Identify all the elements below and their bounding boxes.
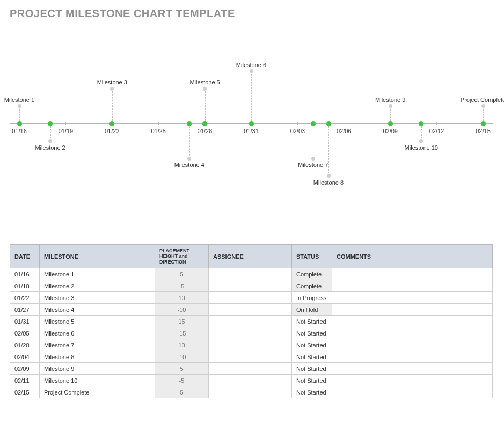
cell-comments[interactable] xyxy=(332,339,493,351)
cell-placement[interactable]: 5 xyxy=(155,386,209,398)
milestone-dot-icon xyxy=(202,121,207,126)
cell-comments[interactable] xyxy=(332,268,493,280)
tick-label: 01/31 xyxy=(244,128,259,134)
cell-comments[interactable] xyxy=(332,386,493,398)
cell-assignee[interactable] xyxy=(209,316,292,327)
cell-status[interactable]: Complete xyxy=(292,280,332,292)
milestone-label: Project Complete xyxy=(461,97,504,103)
milestone-dot-icon xyxy=(17,121,22,126)
cell-placement[interactable]: -10 xyxy=(155,304,209,316)
cell-assignee[interactable] xyxy=(209,363,292,375)
cell-status[interactable]: Not Started xyxy=(292,339,332,351)
cell-date[interactable]: 02/11 xyxy=(10,375,40,386)
milestone-label: Milestone 10 xyxy=(405,144,438,151)
table-row: 02/05Milestone 6-15Not Started xyxy=(10,327,493,339)
cell-date[interactable]: 02/09 xyxy=(10,363,40,375)
cell-milestone[interactable]: Milestone 4 xyxy=(40,304,155,316)
cell-milestone[interactable]: Milestone 6 xyxy=(40,327,155,339)
cell-date[interactable]: 01/22 xyxy=(10,292,40,304)
milestone-dot-icon xyxy=(481,121,486,126)
cell-status[interactable]: Not Started xyxy=(292,316,332,327)
cell-status[interactable]: Not Started xyxy=(292,386,332,398)
cell-status[interactable]: Not Started xyxy=(292,363,332,375)
milestone-stem xyxy=(50,123,51,141)
cell-milestone[interactable]: Milestone 7 xyxy=(40,339,155,351)
cell-assignee[interactable] xyxy=(209,268,292,280)
cell-placement[interactable]: -5 xyxy=(155,375,209,386)
col-comments: COMMENTS xyxy=(332,245,493,268)
milestone-table: DATE MILESTONE PLACEMENT HEIGHT and DIRE… xyxy=(10,244,493,398)
cell-assignee[interactable] xyxy=(209,351,292,363)
cell-date[interactable]: 02/04 xyxy=(10,351,40,363)
tick-mark xyxy=(297,122,298,125)
table-header-row: DATE MILESTONE PLACEMENT HEIGHT and DIRE… xyxy=(10,245,493,268)
cell-assignee[interactable] xyxy=(209,327,292,339)
cell-milestone[interactable]: Milestone 3 xyxy=(40,292,155,304)
cell-status[interactable]: Not Started xyxy=(292,351,332,363)
cell-comments[interactable] xyxy=(332,351,493,363)
cell-comments[interactable] xyxy=(332,292,493,304)
cell-placement[interactable]: -10 xyxy=(155,351,209,363)
cell-milestone[interactable]: Project Complete xyxy=(40,386,155,398)
cell-date[interactable]: 01/27 xyxy=(10,304,40,316)
cell-assignee[interactable] xyxy=(209,280,292,292)
cell-date[interactable]: 02/05 xyxy=(10,327,40,339)
milestone-end-dot-icon xyxy=(48,139,52,143)
cell-date[interactable]: 01/31 xyxy=(10,316,40,327)
cell-assignee[interactable] xyxy=(209,292,292,304)
cell-status[interactable]: Not Started xyxy=(292,375,332,386)
tick-label: 01/19 xyxy=(59,128,74,134)
tick-label: 02/06 xyxy=(337,128,352,134)
milestone-dot-icon xyxy=(48,121,53,126)
cell-assignee[interactable] xyxy=(209,386,292,398)
cell-placement[interactable]: 10 xyxy=(155,292,209,304)
milestone-stem xyxy=(313,123,313,158)
tick-mark xyxy=(158,122,159,125)
cell-date[interactable]: 01/28 xyxy=(10,339,40,351)
cell-status[interactable]: On Hold xyxy=(292,304,332,316)
cell-status[interactable]: Not Started xyxy=(292,327,332,339)
cell-date[interactable]: 01/16 xyxy=(10,268,40,280)
cell-milestone[interactable]: Milestone 2 xyxy=(40,280,155,292)
cell-placement[interactable]: -15 xyxy=(155,327,209,339)
milestone-stem xyxy=(189,123,190,158)
cell-date[interactable]: 02/15 xyxy=(10,386,40,398)
cell-placement[interactable]: 15 xyxy=(155,316,209,327)
cell-placement[interactable]: 5 xyxy=(155,363,209,375)
cell-placement[interactable]: 10 xyxy=(155,339,209,351)
cell-comments[interactable] xyxy=(332,363,493,375)
tick-mark xyxy=(65,122,66,125)
cell-comments[interactable] xyxy=(332,316,493,327)
milestone-end-dot-icon xyxy=(187,157,191,161)
cell-date[interactable]: 01/18 xyxy=(10,280,40,292)
table-row: 01/28Milestone 710Not Started xyxy=(10,339,493,351)
cell-placement[interactable]: -5 xyxy=(155,280,209,292)
milestone-label: Milestone 9 xyxy=(375,97,405,103)
cell-status[interactable]: Complete xyxy=(292,268,332,280)
cell-comments[interactable] xyxy=(332,375,493,386)
milestone-label: Milestone 1 xyxy=(4,97,34,103)
table-row: 02/09Milestone 95Not Started xyxy=(10,363,493,375)
milestone-end-dot-icon xyxy=(327,174,331,178)
table-row: 01/16Milestone 15Complete xyxy=(10,268,493,280)
cell-assignee[interactable] xyxy=(209,375,292,386)
milestone-end-dot-icon xyxy=(18,104,21,108)
cell-comments[interactable] xyxy=(332,327,493,339)
milestone-stem xyxy=(112,89,113,123)
milestone-dot-icon xyxy=(249,121,254,126)
cell-assignee[interactable] xyxy=(209,304,292,316)
cell-status[interactable]: In Progress xyxy=(292,292,332,304)
cell-assignee[interactable] xyxy=(209,339,292,351)
cell-comments[interactable] xyxy=(332,304,493,316)
tick-label: 02/09 xyxy=(383,128,398,134)
cell-milestone[interactable]: Milestone 9 xyxy=(40,363,155,375)
cell-milestone[interactable]: Milestone 8 xyxy=(40,351,155,363)
cell-milestone[interactable]: Milestone 5 xyxy=(40,316,155,327)
cell-milestone[interactable]: Milestone 10 xyxy=(40,375,155,386)
cell-comments[interactable] xyxy=(332,280,493,292)
cell-placement[interactable]: 5 xyxy=(155,268,209,280)
tick-label: 02/15 xyxy=(476,128,491,134)
milestone-label: Milestone 6 xyxy=(236,62,266,68)
cell-milestone[interactable]: Milestone 1 xyxy=(40,268,155,280)
col-date: DATE xyxy=(10,245,40,268)
